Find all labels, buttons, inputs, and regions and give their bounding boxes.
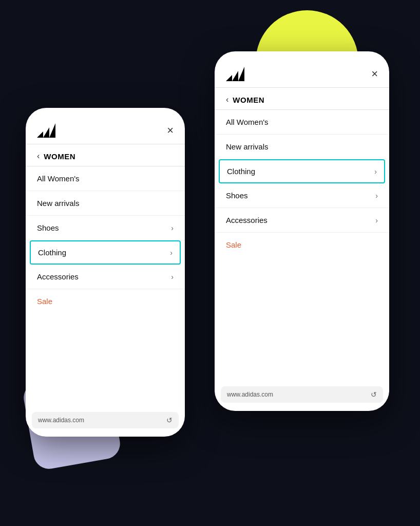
menu-list-phone1: All Women's New arrivals Shoes › Clothin…	[26, 166, 185, 313]
back-arrow-phone1[interactable]: ‹	[37, 152, 40, 161]
chevron-icon: ›	[171, 273, 174, 281]
chevron-icon: ›	[375, 216, 378, 224]
address-bar-phone2: www.adidas.com ↺	[221, 386, 383, 403]
chevron-icon: ›	[170, 249, 173, 257]
menu-item-label: Sale	[37, 297, 52, 306]
menu-item-label: Sale	[226, 240, 241, 249]
menu-item-label: Clothing	[38, 248, 66, 257]
url-text-phone1: www.adidas.com	[38, 417, 84, 424]
menu-item-sale-phone2[interactable]: Sale	[215, 233, 389, 257]
menu-item-accessories-phone1[interactable]: Accessories ›	[26, 265, 185, 289]
svg-marker-1	[43, 127, 49, 138]
menu-list-phone2: All Women's New arrivals Clothing › Shoe…	[215, 110, 389, 257]
menu-item-clothing-phone2[interactable]: Clothing ›	[219, 159, 385, 183]
menu-item-label: Shoes	[37, 223, 59, 232]
section-title-phone2: WOMEN	[233, 96, 264, 104]
adidas-logo-phone2	[226, 67, 244, 81]
menu-item-label: Clothing	[227, 167, 255, 176]
back-arrow-phone2[interactable]: ‹	[226, 95, 228, 104]
phone-2: × ‹ WOMEN All Women's New arrivals Cloth…	[215, 51, 389, 411]
scene: × ‹ WOMEN All Women's New arrivals Shoes…	[0, 0, 420, 526]
menu-item-label: Shoes	[226, 191, 248, 200]
menu-item-shoes-phone2[interactable]: Shoes ›	[215, 183, 389, 208]
phone-1-content: × ‹ WOMEN All Women's New arrivals Shoes…	[26, 108, 185, 437]
menu-item-label: All Women's	[37, 174, 80, 183]
menu-item-label: New arrivals	[226, 142, 269, 151]
section-heading-phone1: ‹ WOMEN	[26, 144, 185, 166]
adidas-logo-phone1	[37, 123, 55, 138]
menu-item-sale-phone1[interactable]: Sale	[26, 289, 185, 313]
svg-marker-3	[226, 75, 232, 81]
svg-marker-0	[37, 132, 43, 138]
menu-item-label: Accessories	[37, 272, 79, 281]
close-button-phone2[interactable]: ×	[371, 68, 378, 80]
svg-marker-2	[49, 123, 55, 138]
phone-2-header: ×	[215, 62, 389, 88]
menu-item-all-womens-phone1[interactable]: All Women's	[26, 166, 185, 191]
phone-1-header: ×	[26, 118, 185, 144]
reload-icon-phone2[interactable]: ↺	[371, 390, 377, 399]
chevron-icon: ›	[374, 167, 377, 176]
menu-item-all-womens-phone2[interactable]: All Women's	[215, 110, 389, 135]
section-title-phone1: WOMEN	[44, 152, 75, 161]
menu-item-new-arrivals-phone2[interactable]: New arrivals	[215, 135, 389, 159]
menu-item-shoes-phone1[interactable]: Shoes ›	[26, 216, 185, 240]
phone-1: × ‹ WOMEN All Women's New arrivals Shoes…	[26, 108, 185, 437]
menu-item-accessories-phone2[interactable]: Accessories ›	[215, 208, 389, 233]
menu-item-label: New arrivals	[37, 199, 80, 208]
svg-marker-4	[232, 71, 238, 81]
reload-icon-phone1[interactable]: ↺	[166, 416, 173, 424]
svg-marker-5	[238, 67, 244, 81]
menu-item-label: All Women's	[226, 118, 269, 126]
menu-item-clothing-phone1[interactable]: Clothing ›	[30, 240, 181, 265]
address-bar-phone1: www.adidas.com ↺	[32, 412, 179, 428]
close-button-phone1[interactable]: ×	[167, 125, 174, 136]
menu-item-label: Accessories	[226, 216, 268, 224]
menu-item-new-arrivals-phone1[interactable]: New arrivals	[26, 191, 185, 216]
chevron-icon: ›	[375, 192, 378, 200]
phone-2-content: × ‹ WOMEN All Women's New arrivals Cloth…	[215, 51, 389, 411]
section-heading-phone2: ‹ WOMEN	[215, 88, 389, 110]
url-text-phone2: www.adidas.com	[227, 391, 273, 398]
chevron-icon: ›	[171, 224, 174, 232]
